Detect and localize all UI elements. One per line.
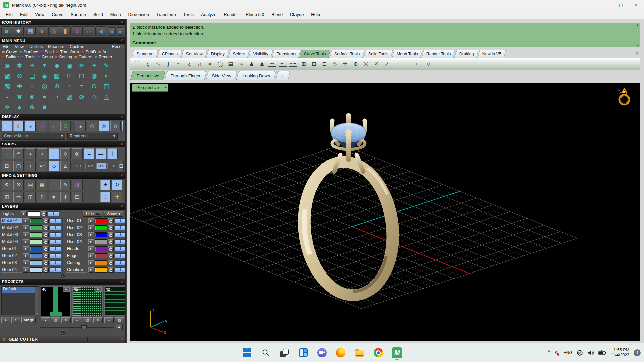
main-menu-item[interactable]: Custom <box>70 44 84 49</box>
history-tool-icon[interactable]: ▮ <box>60 26 71 36</box>
menu-item[interactable]: Analyze <box>197 11 220 18</box>
curve-tool-icon[interactable]: FAIR <box>289 61 297 67</box>
viewport-tab[interactable]: + <box>275 71 290 80</box>
curve-tool-icon[interactable]: ⊞ <box>300 59 308 69</box>
jewelry-tool-icon[interactable]: ✦ <box>88 60 100 71</box>
layer-current-toggle[interactable]: I <box>48 211 59 216</box>
layer-expand-icon[interactable]: ▶ <box>23 246 29 251</box>
thumbnail-menu-icon[interactable]: ▶ <box>63 287 70 292</box>
scroll-up-icon[interactable]: ▲ <box>636 24 639 26</box>
save-thumbnail-icon[interactable]: ▤ <box>51 317 60 323</box>
jewelry-tool-icon[interactable]: ⊟ <box>75 71 88 81</box>
jewelry-tool-icon[interactable]: ◓ <box>75 81 88 92</box>
layer-name[interactable]: Gem 03 <box>1 260 22 265</box>
render-style-dropdown[interactable]: Rendered ▾ <box>67 133 118 140</box>
layer-name[interactable]: Lights <box>2 211 20 216</box>
sync-alert-icon[interactable]: ↻ <box>555 350 559 356</box>
curve-tool-icon[interactable]: ∿ <box>154 59 162 69</box>
delete-thumbnail-icon[interactable]: ✕ <box>93 317 103 323</box>
snap-toggle-icon[interactable]: ↶ <box>13 148 24 159</box>
snap-toggle-icon[interactable]: – <box>84 148 94 159</box>
settings-tool-icon[interactable]: ▥ <box>2 192 12 202</box>
settings-tool-icon[interactable]: ▯ <box>37 192 47 202</box>
display-mode-icon[interactable]: ● <box>25 121 36 131</box>
layer-color-swatch[interactable] <box>95 225 107 230</box>
curve-tool-icon[interactable]: DEC <box>279 61 287 67</box>
curve-tool-icon[interactable]: ⊂ <box>414 59 422 69</box>
layer-expand-icon[interactable]: ▶ <box>88 239 94 244</box>
chat-icon[interactable] <box>315 345 329 360</box>
history-tool-icon[interactable]: ▦ <box>25 26 36 36</box>
viewport-tab[interactable]: Looking Down <box>236 71 276 80</box>
jewelry-tool-icon[interactable]: ⊗ <box>26 92 38 102</box>
layer-color-swatch[interactable] <box>95 260 107 265</box>
battery-plug-icon[interactable] <box>598 350 606 355</box>
curve-tool-icon[interactable]: ∩ <box>196 59 204 69</box>
settings-tool-icon[interactable]: ⚙ <box>2 180 12 190</box>
layer-name[interactable]: Heads <box>66 246 87 251</box>
layer-name[interactable]: Cutting <box>66 260 87 265</box>
layer-current-toggle[interactable]: I <box>115 260 126 265</box>
jewelry-tool-icon[interactable]: ▤ <box>26 71 38 81</box>
jewelry-tool-icon[interactable]: ◔ <box>63 81 75 92</box>
menu-item[interactable]: Blend <box>268 11 286 18</box>
menu-item[interactable]: Transform <box>153 11 180 18</box>
layer-name[interactable]: User 02 <box>66 225 87 230</box>
close-icon[interactable]: ✕ <box>120 204 123 209</box>
close-icon[interactable]: ✕ <box>120 337 123 342</box>
toolbar-tab[interactable]: Mesh Tools <box>392 50 423 58</box>
layer-color-swatch[interactable] <box>30 239 42 244</box>
jewelry-tool-icon[interactable]: ⊙ <box>88 81 100 92</box>
snap-mode-icon[interactable]: 45° <box>37 161 47 171</box>
lock-icon[interactable] <box>108 253 114 258</box>
settings-tool-icon[interactable]: ✛ <box>60 192 71 202</box>
load-thumbnail-icon[interactable]: ▲ <box>41 317 50 323</box>
jewelry-tool-icon[interactable]: ◍ <box>88 71 100 81</box>
jewelry-tool-icon[interactable]: ⊘ <box>75 92 88 102</box>
layer-name[interactable]: Creation <box>66 267 87 273</box>
curve-tool-icon[interactable]: ◯ <box>216 59 224 69</box>
project-thumbnail[interactable]: 40 ▶ <box>41 286 71 316</box>
layer-expand-icon[interactable]: ▶ <box>23 225 29 230</box>
chrome-icon[interactable] <box>372 345 385 360</box>
layer-current-toggle[interactable]: I <box>50 267 61 273</box>
layer-name[interactable]: Gem 04 <box>1 267 22 273</box>
category-item[interactable]: Curve <box>2 50 17 54</box>
lock-icon[interactable] <box>108 246 114 251</box>
curve-tool-icon[interactable]: ♟ <box>248 59 256 69</box>
load-thumbnail-icon[interactable]: ▲ <box>104 317 114 323</box>
snap-toggle-icon[interactable]: — <box>96 148 106 159</box>
render-mode-icon[interactable]: ◎ <box>87 121 97 131</box>
lock-icon[interactable] <box>43 260 49 265</box>
snap-increment-button[interactable]: 0.25 <box>85 163 95 169</box>
settings-tool-icon[interactable]: ≡ <box>49 180 59 190</box>
toolbar-tab[interactable]: Set View <box>181 50 207 58</box>
layer-color-swatch[interactable] <box>95 218 107 223</box>
menu-item[interactable]: Dimension <box>125 11 153 18</box>
snap-toggle-icon[interactable]: ◎ <box>72 148 83 159</box>
command-prompt[interactable]: Command: <box>130 38 640 47</box>
jewelry-tool-icon[interactable]: ◎ <box>38 81 51 92</box>
jewelry-tool-icon[interactable]: ▧ <box>1 81 13 92</box>
jewelry-tool-icon[interactable]: ✖ <box>13 92 26 102</box>
curve-tool-icon[interactable]: ⌒ <box>133 59 141 69</box>
menu-item[interactable]: Render <box>220 11 242 18</box>
layer-current-toggle[interactable]: I <box>115 246 126 251</box>
viewport-tab[interactable]: Perspective <box>130 71 166 80</box>
projects-collapse[interactable]: ▼ <box>0 330 125 336</box>
start-icon[interactable] <box>240 345 254 360</box>
curve-tool-icon[interactable]: ∪ <box>424 59 432 69</box>
layer-color-swatch[interactable] <box>30 218 42 223</box>
settings-tool-icon[interactable]: ▼ <box>49 192 59 202</box>
display-mode-icon[interactable]: ◐ <box>49 121 59 131</box>
snap-toggle-icon[interactable]: + <box>25 148 36 159</box>
lock-icon[interactable] <box>41 211 47 216</box>
menu-item[interactable]: Rhino 5.0 <box>242 11 268 18</box>
display-mode-icon[interactable]: ⊞ <box>60 121 71 131</box>
layer-color-swatch[interactable] <box>95 239 107 244</box>
layer-color-swatch[interactable] <box>30 253 42 258</box>
tray-chevron-up-icon[interactable]: ^ <box>548 349 550 356</box>
task-view-icon[interactable] <box>278 345 291 360</box>
layer-color-swatch[interactable] <box>30 260 42 265</box>
clock[interactable]: 1:55 PM 11/4/2023 <box>611 348 629 358</box>
